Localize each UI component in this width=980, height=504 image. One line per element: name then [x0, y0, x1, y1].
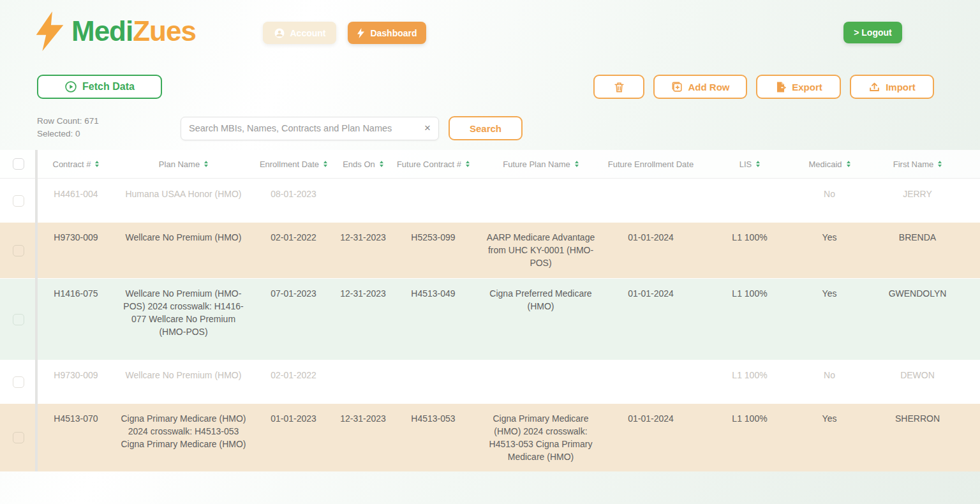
- cell-ends-on: 12-31-2023: [335, 279, 391, 360]
- column-label: Future Plan Name: [503, 159, 570, 169]
- cell-first-name: GWENDOLYN: [855, 279, 980, 360]
- cell-first-name: DEWON: [855, 360, 980, 403]
- account-label: Account: [290, 28, 326, 38]
- dashboard-button[interactable]: Dashboard: [348, 22, 426, 44]
- column-header-contract[interactable]: Contract #: [37, 150, 115, 178]
- cell-enrollment-date: 02-01-2022: [252, 223, 335, 278]
- cell-future-contract: H4513-053: [391, 404, 475, 471]
- column-header-first-name[interactable]: First Name: [855, 150, 980, 178]
- row-checkbox-cell: [0, 279, 37, 360]
- column-header-plan-name[interactable]: Plan Name: [115, 150, 252, 178]
- cell-lis: L1 100%: [695, 223, 804, 278]
- fetch-data-label: Fetch Data: [82, 81, 135, 93]
- search-button[interactable]: Search: [449, 116, 523, 140]
- sort-icon: [466, 161, 470, 167]
- column-header-lis[interactable]: LIS: [695, 150, 804, 178]
- sort-icon: [95, 161, 99, 167]
- logout-button[interactable]: > Logout: [843, 22, 902, 43]
- fetch-data-button[interactable]: Fetch Data: [37, 75, 162, 99]
- cell-plan-name: Cigna Primary Medicare (HMO) 2024 crossw…: [115, 404, 252, 471]
- table-row: H4513-070 Cigna Primary Medicare (HMO) 2…: [0, 403, 980, 471]
- row-checkbox[interactable]: [13, 432, 24, 443]
- column-header-future-plan-name[interactable]: Future Plan Name: [475, 150, 606, 178]
- column-header-ends-on[interactable]: Ends On: [335, 150, 391, 178]
- cell-future-enrollment-date: 01-01-2024: [606, 279, 695, 360]
- row-checkbox-cell: [0, 404, 37, 471]
- selection-stats: Row Count: 671 Selected: 0: [37, 115, 99, 140]
- cell-lis: L1 100%: [695, 360, 804, 403]
- cell-future-enrollment-date: [606, 360, 695, 403]
- cell-plan-name: Wellcare No Premium (HMO): [115, 223, 252, 278]
- select-all-checkbox[interactable]: [13, 158, 24, 170]
- cell-future-contract: [391, 360, 475, 403]
- cell-contract: H4461-004: [37, 179, 115, 222]
- cell-future-enrollment-date: [606, 179, 695, 222]
- column-label: Medicaid: [808, 159, 842, 169]
- lightning-icon: [357, 28, 365, 38]
- cell-medicaid: Yes: [804, 404, 855, 471]
- sort-icon: [847, 161, 850, 167]
- add-row-label: Add Row: [688, 82, 730, 93]
- cell-contract: H1416-075: [37, 279, 115, 360]
- cell-future-contract: [391, 179, 475, 222]
- row-checkbox[interactable]: [13, 245, 24, 256]
- cell-contract: H4513-070: [37, 404, 115, 471]
- table-vertical-divider: [35, 150, 38, 471]
- sort-icon: [380, 161, 383, 167]
- import-button[interactable]: Import: [850, 75, 934, 99]
- column-label: Enrollment Date: [260, 159, 319, 169]
- dashboard-label: Dashboard: [370, 28, 417, 38]
- sort-icon: [756, 161, 760, 167]
- table-row: H9730-009 Wellcare No Premium (HMO) 02-0…: [0, 222, 980, 278]
- select-all-cell: [0, 150, 37, 178]
- cell-plan-name: Wellcare No Premium (HMO-POS) 2024 cross…: [115, 279, 252, 360]
- enrollment-table: Contract #Plan NameEnrollment DateEnds O…: [0, 150, 980, 471]
- add-row-icon: [671, 81, 683, 93]
- cell-future-plan-name: [475, 179, 606, 222]
- brand-name: MediZues: [71, 15, 196, 47]
- cell-medicaid: Yes: [804, 279, 855, 360]
- table-row: H1416-075 Wellcare No Premium (HMO-POS) …: [0, 278, 980, 360]
- search-input[interactable]: [189, 123, 418, 133]
- cell-first-name: SHERRON: [855, 404, 980, 471]
- cell-future-enrollment-date: 01-01-2024: [606, 223, 695, 278]
- table-row: H9730-009 Wellcare No Premium (HMO) 02-0…: [0, 360, 980, 403]
- clear-search-icon[interactable]: ×: [418, 122, 431, 135]
- row-checkbox[interactable]: [13, 314, 24, 325]
- cell-medicaid: No: [804, 179, 855, 222]
- app: MediZues Account Dashboard > Logout Fetc…: [0, 0, 980, 504]
- play-icon: [64, 80, 77, 93]
- row-checkbox[interactable]: [13, 195, 24, 207]
- cell-future-contract: H4513-049: [391, 279, 475, 360]
- column-header-medicaid[interactable]: Medicaid: [804, 150, 855, 178]
- column-header-future-contract[interactable]: Future Contract #: [391, 150, 475, 178]
- person-icon: [274, 27, 285, 39]
- cell-ends-on: [335, 360, 391, 403]
- cell-lis: L1 100%: [695, 279, 804, 360]
- export-button[interactable]: Export: [756, 75, 841, 99]
- cell-future-contract: H5253-099: [391, 223, 475, 278]
- trash-icon: [613, 81, 625, 93]
- column-label: Future Enrollment Date: [608, 159, 694, 169]
- account-button[interactable]: Account: [263, 22, 336, 44]
- column-header-enrollment-date[interactable]: Enrollment Date: [252, 150, 335, 178]
- row-count: Row Count: 671: [37, 115, 99, 128]
- row-checkbox-cell: [0, 223, 37, 278]
- cell-lis: L1 100%: [695, 404, 804, 471]
- delete-rows-button[interactable]: [593, 75, 644, 99]
- row-checkbox-cell: [0, 179, 37, 222]
- row-checkbox[interactable]: [13, 376, 24, 388]
- sort-icon: [204, 161, 208, 167]
- cell-future-plan-name: [475, 360, 606, 403]
- cell-plan-name: Humana USAA Honor (HMO): [115, 179, 252, 222]
- add-row-button[interactable]: Add Row: [653, 75, 747, 99]
- selected-count: Selected: 0: [37, 128, 99, 140]
- column-label: Ends On: [343, 159, 375, 169]
- cell-enrollment-date: 07-01-2023: [252, 279, 335, 360]
- cell-future-enrollment-date: 01-01-2024: [606, 404, 695, 471]
- cell-enrollment-date: 02-01-2022: [252, 360, 335, 403]
- cell-medicaid: No: [804, 360, 855, 403]
- cell-ends-on: 12-31-2023: [335, 223, 391, 278]
- brand-name-orange: Zues: [133, 15, 196, 47]
- cell-future-plan-name: Cigna Primary Medicare (HMO) 2024 crossw…: [475, 404, 606, 471]
